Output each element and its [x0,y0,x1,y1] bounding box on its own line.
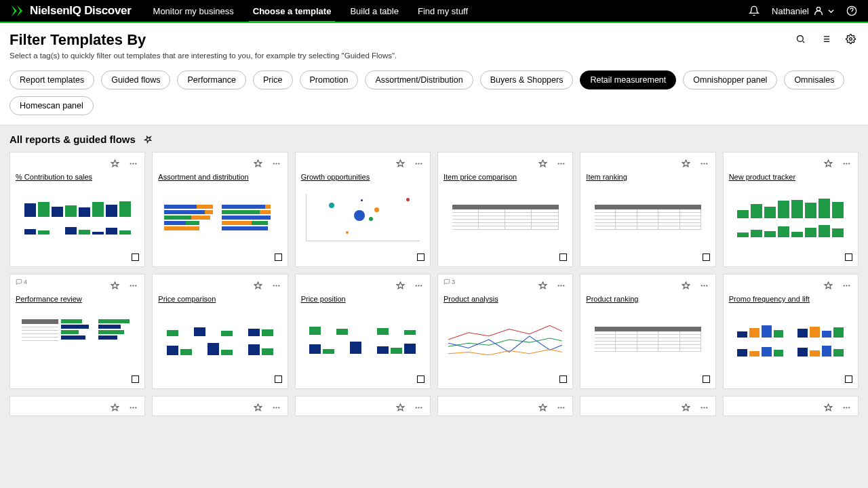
card-product-analysis[interactable]: 3 Product analysis [437,274,573,389]
star-icon[interactable] [109,280,121,289]
star-icon[interactable] [537,402,549,411]
star-icon[interactable] [823,158,834,167]
card-promo-frequency[interactable]: Promo frequency and lift [723,274,859,389]
svg-point-25 [273,285,274,286]
more-icon[interactable] [698,280,710,289]
nav-find-stuff[interactable]: Find my stuff [408,0,477,22]
svg-point-2 [797,36,804,42]
report-type-icon [703,375,710,383]
chip-omnishopper[interactable]: Omnishopper panel [683,70,777,89]
card-title[interactable]: Performance review [16,295,139,303]
chip-omnisales[interactable]: Omnisales [784,70,844,89]
card-title[interactable]: Price comparison [158,295,281,303]
star-icon[interactable] [395,280,406,289]
more-icon[interactable] [555,402,567,411]
svg-point-30 [420,285,422,286]
more-icon[interactable] [127,280,139,289]
chip-performance[interactable]: Performance [177,70,246,89]
chip-retail-measurement[interactable]: Retail measurement [580,70,676,89]
report-type-icon [845,253,852,261]
card-new-product-tracker[interactable]: New product tracker [723,152,859,267]
more-icon[interactable] [555,158,567,167]
card-title[interactable]: Price position [301,295,425,303]
star-icon[interactable] [395,402,406,411]
more-icon[interactable] [271,280,282,289]
list-view-icon[interactable] [819,33,832,45]
star-icon[interactable] [823,402,834,411]
card-partial[interactable] [152,396,288,416]
card-contribution-sales[interactable]: % Contribution to sales [9,152,145,267]
card-title[interactable]: Assortment and distribution [158,173,281,181]
svg-point-7 [273,163,274,164]
chip-homescan[interactable]: Homescan panel [9,96,94,115]
more-icon[interactable] [841,158,852,167]
card-product-ranking[interactable]: Product ranking [580,274,715,389]
card-item-price-comparison[interactable]: Item price comparison [437,152,573,267]
more-icon[interactable] [413,280,425,289]
pin-icon[interactable] [142,134,154,145]
star-icon[interactable] [252,402,264,411]
more-icon[interactable] [271,402,282,411]
chip-promotion[interactable]: Promotion [300,70,359,89]
star-icon[interactable] [252,158,264,167]
star-icon[interactable] [109,402,121,411]
card-title[interactable]: % Contribution to sales [16,173,139,181]
chip-buyers[interactable]: Buyers & Shoppers [480,70,574,89]
card-item-ranking[interactable]: Item ranking [580,152,715,267]
card-title[interactable]: Item price comparison [443,173,567,181]
report-type-icon [132,375,139,383]
card-partial[interactable] [580,396,715,416]
star-icon[interactable] [252,280,264,289]
nav-monitor[interactable]: Monitor my business [144,0,243,22]
star-icon[interactable] [537,158,549,167]
card-price-position[interactable]: Price position [295,274,431,389]
svg-point-42 [136,407,137,408]
card-title[interactable]: Item ranking [586,173,709,181]
settings-icon[interactable] [844,33,857,45]
card-partial[interactable] [295,396,431,416]
more-icon[interactable] [413,402,425,411]
chip-report-templates[interactable]: Report templates [9,70,94,89]
card-partial[interactable] [9,396,145,416]
card-title[interactable]: Promo frequency and lift [729,295,852,303]
more-icon[interactable] [127,158,139,167]
nav-build-table[interactable]: Build a table [340,0,408,22]
star-icon[interactable] [680,280,692,289]
star-icon[interactable] [395,158,406,167]
chart-thumb [448,319,562,361]
card-title[interactable]: Product ranking [586,295,709,303]
star-icon[interactable] [680,158,692,167]
search-icon[interactable] [794,33,807,45]
more-icon[interactable] [698,158,710,167]
card-assortment-distribution[interactable]: Assortment and distribution [152,152,288,267]
star-icon[interactable] [680,402,692,411]
card-performance-review[interactable]: 4 Performance review [9,274,145,389]
card-partial[interactable] [723,396,859,416]
more-icon[interactable] [698,402,710,411]
notifications-icon[interactable] [747,4,761,18]
more-icon[interactable] [413,158,425,167]
user-icon [813,5,824,16]
chip-assortment[interactable]: Assortment/Distribution [365,70,473,89]
star-icon[interactable] [109,158,121,167]
card-title[interactable]: New product tracker [729,173,852,181]
more-icon[interactable] [127,402,139,411]
more-icon[interactable] [555,280,567,289]
nav-choose-template[interactable]: Choose a template [243,0,341,22]
more-icon[interactable] [841,280,852,289]
chip-guided-flows[interactable]: Guided flows [101,70,170,89]
card-partial[interactable] [437,396,573,416]
more-icon[interactable] [271,158,282,167]
star-icon[interactable] [823,280,834,289]
chip-price[interactable]: Price [253,70,292,89]
help-icon[interactable] [845,4,859,18]
card-title[interactable]: Product analysis [443,295,567,303]
user-menu[interactable]: Nathaniel [772,5,834,16]
star-icon[interactable] [537,280,549,289]
card-title[interactable]: Growth opportunities [301,173,425,181]
more-icon[interactable] [841,402,852,411]
card-price-comparison[interactable]: Price comparison [152,274,288,389]
svg-point-46 [416,407,417,408]
report-type-icon [417,253,425,261]
card-growth-opportunities[interactable]: Growth opportunities [295,152,431,267]
